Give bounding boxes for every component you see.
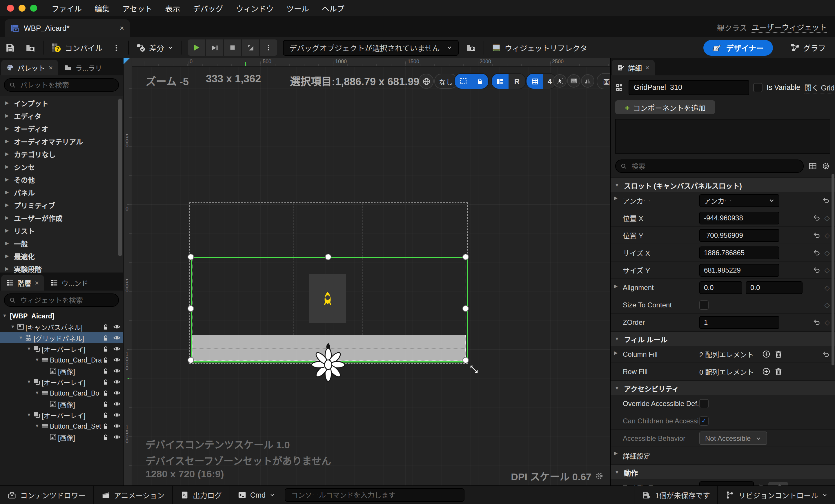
collapse-icon[interactable]: ▼ [19, 335, 25, 340]
selection-handle[interactable] [325, 254, 331, 260]
display-filter-icon[interactable] [808, 162, 817, 170]
reset-to-default-icon[interactable] [813, 249, 820, 256]
value-input[interactable]: -944.960938 [699, 211, 779, 224]
bind-diamond-icon[interactable]: ◇ [824, 214, 830, 222]
settings-gear-icon[interactable] [822, 162, 830, 170]
section-header[interactable]: ▼アクセシビリティ [611, 381, 835, 395]
palette-search-field[interactable] [4, 78, 119, 92]
expand-icon[interactable]: ▶ [5, 215, 12, 220]
palette-category[interactable]: ▶カテゴリなし [0, 147, 123, 160]
tree-row[interactable]: [画像] [0, 399, 123, 409]
expand-icon[interactable]: ▶ [5, 100, 12, 105]
palette-category[interactable]: ▶ユーザーが作成 [0, 211, 123, 224]
close-window-button[interactable] [7, 5, 14, 12]
expand-icon[interactable]: ▶ [5, 138, 12, 144]
content-drawer-button[interactable]: コンテンツドロワー [0, 489, 93, 501]
tree-row[interactable]: ▼Button_Card_Dra [0, 355, 123, 365]
layout-toggle[interactable] [492, 74, 509, 89]
compile-options-button[interactable] [107, 44, 125, 51]
lock-open-icon[interactable] [102, 334, 109, 341]
value-input[interactable]: 0.0 [699, 281, 742, 294]
collapse-icon[interactable]: ▼ [35, 423, 41, 429]
details-search-field[interactable] [615, 160, 804, 173]
palette-category[interactable]: ▶エディタ [0, 109, 123, 122]
cursor-select-button[interactable] [553, 74, 567, 87]
property-checkbox[interactable]: ✓ [699, 416, 709, 425]
eye-icon[interactable] [113, 400, 121, 408]
eye-icon[interactable] [113, 433, 121, 441]
tree-row[interactable]: [画像] [0, 431, 123, 443]
tab-close-icon[interactable]: × [120, 24, 124, 33]
palette-category[interactable]: ▶オーディオマテリアル [0, 135, 123, 147]
eye-icon[interactable] [113, 334, 121, 342]
collapse-icon[interactable]: ▼ [35, 357, 41, 362]
bind-diamond-icon[interactable]: ◇ [824, 266, 830, 274]
trash-icon[interactable] [774, 350, 783, 358]
details-tab-close-icon[interactable]: × [645, 63, 649, 72]
palette-category[interactable]: ▶インプット [0, 96, 123, 109]
value-input[interactable]: 681.985229 [699, 264, 779, 276]
expand-icon[interactable]: ▶ [5, 177, 12, 182]
stop-button[interactable] [224, 39, 242, 56]
palette-category[interactable]: ▶シンセ [0, 160, 123, 173]
expand-icon[interactable]: ▶ [614, 451, 620, 456]
browse-debug-object-button[interactable] [461, 43, 481, 52]
screen-size-button[interactable]: 画面サ [597, 73, 611, 89]
lock-open-icon[interactable] [102, 323, 109, 330]
preview-background-button[interactable] [567, 74, 581, 87]
open-grid-link[interactable]: 開く Grid [804, 82, 834, 93]
palette-category[interactable]: ▶プリミティブ [0, 198, 123, 211]
selection-handle[interactable] [463, 254, 469, 260]
lock-open-icon[interactable] [102, 401, 109, 407]
reset-to-default-icon[interactable] [813, 318, 820, 326]
tab-details[interactable]: 詳細 × [612, 60, 655, 75]
lock-open-icon[interactable] [102, 434, 109, 441]
hierarchy-search-field[interactable] [4, 294, 119, 307]
expand-icon[interactable]: ▶ [5, 125, 12, 131]
grid-snap-toggle[interactable] [527, 74, 543, 89]
is-variable-checkbox[interactable] [753, 83, 762, 92]
palette-scrollbar[interactable] [118, 99, 122, 256]
value-input[interactable]: -700.956909 [699, 229, 779, 242]
collapse-icon[interactable]: ▼ [27, 346, 33, 351]
lock-open-icon[interactable] [102, 367, 109, 375]
respect-locks-toggle[interactable]: R [509, 74, 525, 89]
palette-category[interactable]: ▶パネル [0, 186, 123, 198]
lock-open-icon[interactable] [102, 411, 109, 419]
palette-category[interactable]: ▶一般 [0, 237, 123, 249]
lock-open-icon[interactable] [102, 345, 109, 352]
add-element-icon[interactable] [762, 350, 771, 358]
menu-デバッグ[interactable]: デバッグ [187, 3, 230, 14]
eye-icon[interactable] [113, 323, 121, 330]
menu-表示[interactable]: 表示 [159, 3, 187, 14]
localization-preview-button[interactable] [419, 74, 434, 89]
bind-diamond-icon[interactable]: ◇ [824, 248, 830, 257]
menu-ファイル[interactable]: ファイル [45, 3, 88, 14]
collapse-icon[interactable]: ▼ [27, 379, 33, 385]
tab-bind-window[interactable]: ウ...ンド [45, 275, 93, 290]
tree-row[interactable]: ▼[WBP_Aicard] [0, 310, 123, 321]
selection-handle[interactable] [188, 305, 194, 312]
eye-icon[interactable] [113, 389, 121, 397]
palette-category[interactable]: ▶オーディオ [0, 122, 123, 135]
menu-ヘルプ[interactable]: ヘルプ [315, 3, 351, 14]
expand-icon[interactable]: ▶ [5, 266, 12, 271]
tab-hierarchy[interactable]: 階層 × [1, 275, 44, 290]
collapse-icon[interactable]: ▼ [2, 313, 9, 318]
tree-row[interactable]: ▼Button_Card_Bo [0, 387, 123, 399]
hierarchy-search-input[interactable] [19, 296, 114, 305]
frame-skip-button[interactable] [206, 39, 224, 56]
bind-diamond-icon[interactable]: ◇ [824, 283, 830, 291]
console-command-input[interactable] [290, 490, 459, 500]
menu-アセット[interactable]: アセット [116, 3, 159, 14]
property-checkbox[interactable] [699, 399, 709, 408]
lock-widgets-toggle[interactable] [471, 74, 488, 89]
expand-icon[interactable]: ▶ [5, 151, 12, 156]
menu-ウィンドウ[interactable]: ウィンドウ [230, 3, 280, 14]
eye-icon[interactable] [113, 411, 121, 419]
compile-button[interactable]: ? コンパイル [47, 42, 107, 53]
value-input[interactable]: 0.0 [746, 281, 802, 294]
eye-icon[interactable] [113, 422, 121, 430]
palette-category[interactable]: ▶リスト [0, 224, 123, 237]
eject-possess-button[interactable] [242, 39, 260, 56]
